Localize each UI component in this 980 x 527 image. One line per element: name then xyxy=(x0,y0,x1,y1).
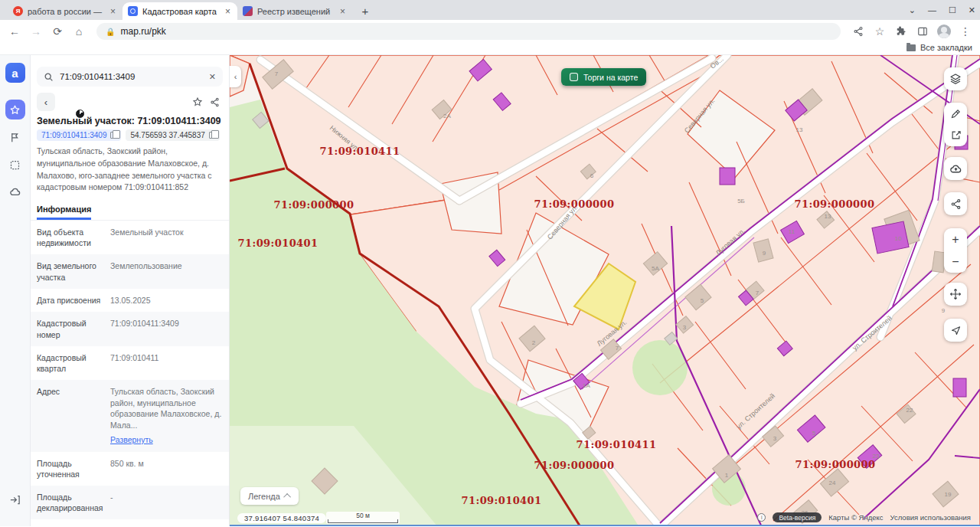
info-icon[interactable]: i xyxy=(757,513,766,522)
svg-text:22: 22 xyxy=(906,407,913,414)
coordinates-chip[interactable]: 54.756593 37.445837 xyxy=(126,129,219,141)
search-input[interactable] xyxy=(60,72,203,81)
back-button[interactable]: ‹ xyxy=(37,93,55,111)
tab-cadastral-map[interactable]: Кадастровая карта России × xyxy=(122,2,237,20)
favorite-star-icon[interactable] xyxy=(189,93,206,110)
torgi-checkbox[interactable] xyxy=(570,73,578,81)
terms-link[interactable]: Условия использования xyxy=(890,513,971,522)
copy-icon[interactable] xyxy=(110,132,116,139)
all-bookmarks-button[interactable]: Все закладки xyxy=(906,43,972,52)
locate-button[interactable] xyxy=(944,319,967,342)
copy-icon[interactable] xyxy=(209,132,215,139)
share-map-button[interactable] xyxy=(944,192,967,215)
svg-text:13: 13 xyxy=(825,213,831,220)
beta-badge: Beta-версия xyxy=(773,512,822,522)
draw-tools-group xyxy=(944,103,967,146)
info-panel: ✕ ‹ Земельный участок: 71:09:010411:3409… xyxy=(31,55,230,526)
tab-close-icon[interactable]: × xyxy=(109,7,117,16)
parcel-title: Земельный участок: 71:09:010411:3409 xyxy=(37,116,223,126)
side-panel-icon[interactable] xyxy=(913,21,933,41)
maximize-button[interactable]: ☐ xyxy=(949,5,956,15)
svg-text:13: 13 xyxy=(796,126,803,133)
svg-text:7: 7 xyxy=(616,345,619,352)
yandex-favicon: Я xyxy=(13,6,23,16)
zoom-out-button[interactable]: − xyxy=(944,250,967,273)
svg-text:11: 11 xyxy=(789,228,795,235)
browser-toolbar: ← → ⟳ ⌂ 🔒 map.ru/pkk ☆ ⋮ xyxy=(0,20,980,43)
share-icon[interactable] xyxy=(848,21,868,41)
svg-text:23: 23 xyxy=(873,453,880,460)
layers-button[interactable] xyxy=(944,67,967,90)
svg-text:1: 1 xyxy=(725,472,729,479)
table-row: Площадь- xyxy=(31,519,229,526)
svg-text:9: 9 xyxy=(942,307,946,314)
select-area-icon[interactable] xyxy=(5,155,25,175)
region-flag-icon[interactable] xyxy=(5,127,25,147)
collapse-sidebar-button[interactable]: ‹ xyxy=(230,66,241,87)
svg-text:19: 19 xyxy=(945,491,952,498)
new-tab-button[interactable]: + xyxy=(357,2,374,19)
svg-text:5: 5 xyxy=(812,430,816,437)
tab-close-icon[interactable]: × xyxy=(338,7,347,16)
upload-cloud-button[interactable] xyxy=(944,157,967,180)
svg-text:7: 7 xyxy=(756,290,760,296)
login-exit-icon[interactable] xyxy=(5,489,25,509)
clear-search-icon[interactable]: ✕ xyxy=(209,72,216,82)
svg-text:71:09:010401: 71:09:010401 xyxy=(462,495,542,506)
profile-avatar[interactable] xyxy=(934,21,954,41)
tab-yandex-search[interactable]: Я работа в россии — Яндекс × xyxy=(8,2,122,20)
cloud-icon[interactable] xyxy=(5,182,25,202)
legend-button[interactable]: Легенда xyxy=(240,487,299,505)
cadastral-map-canvas[interactable]: Нижняя ул. Северная ул. Северная ул. Луг… xyxy=(230,55,980,526)
zoom-group: + − xyxy=(944,228,967,273)
svg-text:6: 6 xyxy=(590,172,594,179)
favorites-star-icon[interactable] xyxy=(5,100,25,119)
expand-link[interactable]: Развернуть xyxy=(110,434,153,446)
svg-text:5: 5 xyxy=(701,297,704,304)
cursor-coordinates: 37.916407 54.840374 xyxy=(237,513,326,523)
nspd-favicon xyxy=(128,6,138,16)
table-row: Кадастровый номер71:09:010411:3409 xyxy=(31,312,229,345)
search-box[interactable]: ✕ xyxy=(37,67,223,87)
cadastral-number-chip[interactable]: 71:09:010411:3409 xyxy=(37,129,121,141)
bookmarks-bar: Все закладки xyxy=(0,43,980,55)
info-table: Вид объекта недвижимостиЗемельный участо… xyxy=(31,221,229,526)
close-button[interactable]: ✕ xyxy=(969,5,975,15)
reload-icon[interactable]: ⟳ xyxy=(47,21,67,41)
bookmark-star-icon[interactable]: ☆ xyxy=(870,21,890,41)
pan-mode-button[interactable] xyxy=(944,283,967,306)
back-icon[interactable]: ← xyxy=(5,21,24,41)
torgi-toggle-button[interactable]: Торги на карте xyxy=(561,68,646,86)
forward-icon[interactable]: → xyxy=(26,21,46,41)
home-icon[interactable]: ⌂ xyxy=(69,21,89,41)
map-attribution: i Beta-версия Карты © Яндекс Условия исп… xyxy=(757,512,971,522)
tab-title: работа в россии — Яндекс xyxy=(28,7,104,16)
svg-text:5Б: 5Б xyxy=(737,198,745,205)
share-object-icon[interactable] xyxy=(206,93,223,110)
zoom-in-button[interactable]: + xyxy=(944,228,967,250)
table-row: Площадь уточненная850 кв. м xyxy=(31,452,229,486)
url-bar[interactable]: 🔒 map.ru/pkk xyxy=(96,23,841,40)
edit-button[interactable] xyxy=(944,125,967,147)
svg-text:5А: 5А xyxy=(652,265,659,272)
tab-registry[interactable]: Реестр извещений × xyxy=(237,2,352,20)
kebab-menu-icon[interactable]: ⋮ xyxy=(956,21,975,41)
minimize-button[interactable]: — xyxy=(928,5,936,15)
svg-text:3: 3 xyxy=(683,324,687,331)
extensions-icon[interactable] xyxy=(891,21,911,41)
svg-text:24: 24 xyxy=(829,480,836,486)
tab-information[interactable]: Информация xyxy=(37,205,91,220)
svg-text:1А: 1А xyxy=(583,382,590,389)
svg-text:71:09:000000: 71:09:000000 xyxy=(274,199,354,211)
browser-menu-chevron[interactable]: ⌄ xyxy=(909,5,916,15)
svg-text:71:09:000000: 71:09:000000 xyxy=(534,460,615,471)
measure-ruler-button[interactable] xyxy=(944,103,967,125)
lock-icon: 🔒 xyxy=(106,28,115,36)
url-text: map.ru/pkk xyxy=(120,26,165,37)
parcel-description: Тульская область, Заокский район, муници… xyxy=(37,146,223,194)
tab-close-icon[interactable]: × xyxy=(224,7,232,16)
app-logo[interactable]: a xyxy=(5,63,25,83)
svg-text:2: 2 xyxy=(532,339,536,346)
svg-text:71:09:000000: 71:09:000000 xyxy=(795,198,875,210)
map-render: Нижняя ул. Северная ул. Северная ул. Луг… xyxy=(230,55,980,526)
